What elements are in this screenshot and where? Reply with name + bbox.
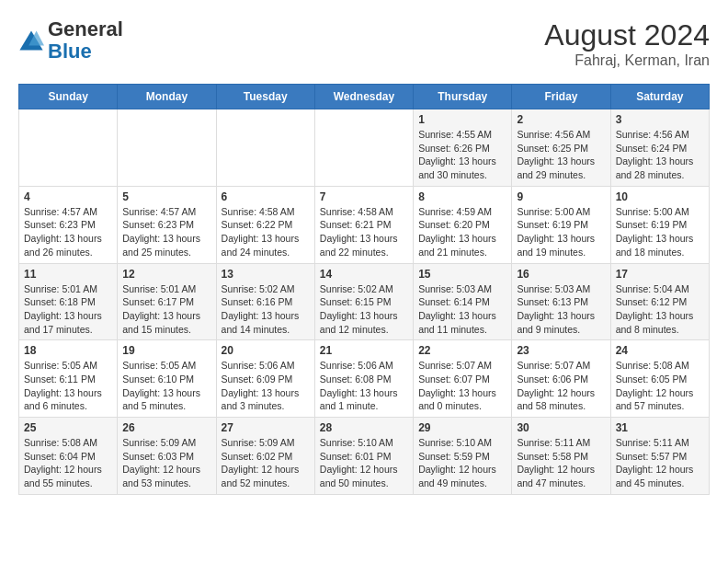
page-header: General Blue August 2024 Fahraj, Kerman,… — [18, 18, 710, 69]
day-info: Sunrise: 5:09 AM Sunset: 6:02 PM Dayligh… — [222, 436, 310, 490]
calendar-cell: 1Sunrise: 4:55 AM Sunset: 6:26 PM Daylig… — [414, 109, 512, 187]
day-number: 17 — [616, 268, 704, 281]
calendar-cell: 23Sunrise: 5:07 AM Sunset: 6:06 PM Dayli… — [512, 340, 610, 418]
calendar-cell: 4Sunrise: 4:57 AM Sunset: 6:23 PM Daylig… — [19, 186, 118, 263]
day-info: Sunrise: 5:02 AM Sunset: 6:15 PM Dayligh… — [320, 282, 408, 337]
calendar-cell: 20Sunrise: 5:06 AM Sunset: 6:09 PM Dayli… — [216, 340, 314, 418]
logo-blue-text: Blue — [48, 40, 92, 63]
calendar-cell: 6Sunrise: 4:58 AM Sunset: 6:22 PM Daylig… — [216, 186, 314, 263]
calendar-week-4: 25Sunrise: 5:08 AM Sunset: 6:04 PM Dayli… — [19, 418, 710, 495]
day-info: Sunrise: 5:03 AM Sunset: 6:13 PM Dayligh… — [517, 282, 605, 337]
calendar-cell — [19, 109, 118, 187]
calendar-cell: 5Sunrise: 4:57 AM Sunset: 6:23 PM Daylig… — [118, 186, 216, 263]
day-number: 2 — [517, 113, 605, 126]
day-number: 10 — [616, 190, 704, 203]
day-info: Sunrise: 4:59 AM Sunset: 6:20 PM Dayligh… — [418, 205, 506, 259]
header-day-wednesday: Wednesday — [314, 85, 413, 109]
day-number: 9 — [517, 190, 605, 203]
day-info: Sunrise: 5:01 AM Sunset: 6:18 PM Dayligh… — [24, 282, 112, 337]
calendar-cell: 26Sunrise: 5:09 AM Sunset: 6:03 PM Dayli… — [118, 418, 216, 495]
day-number: 31 — [616, 421, 704, 434]
day-info: Sunrise: 5:00 AM Sunset: 6:19 PM Dayligh… — [517, 205, 605, 259]
day-info: Sunrise: 5:10 AM Sunset: 6:01 PM Dayligh… — [320, 436, 408, 490]
day-number: 1 — [418, 113, 506, 126]
calendar-cell: 31Sunrise: 5:11 AM Sunset: 5:57 PM Dayli… — [610, 418, 709, 495]
day-number: 3 — [616, 113, 704, 126]
header-day-tuesday: Tuesday — [216, 85, 314, 109]
calendar-week-2: 11Sunrise: 5:01 AM Sunset: 6:18 PM Dayli… — [19, 263, 710, 340]
day-info: Sunrise: 4:56 AM Sunset: 6:25 PM Dayligh… — [517, 128, 605, 182]
day-info: Sunrise: 5:02 AM Sunset: 6:16 PM Dayligh… — [222, 282, 310, 337]
day-number: 15 — [418, 268, 506, 281]
day-number: 19 — [122, 344, 210, 357]
day-info: Sunrise: 5:08 AM Sunset: 6:05 PM Dayligh… — [616, 359, 704, 413]
calendar-cell — [118, 109, 216, 187]
logo: General Blue — [18, 18, 123, 63]
day-number: 5 — [122, 190, 210, 203]
day-info: Sunrise: 5:06 AM Sunset: 6:08 PM Dayligh… — [320, 359, 408, 413]
day-number: 24 — [616, 344, 704, 357]
calendar-cell: 15Sunrise: 5:03 AM Sunset: 6:14 PM Dayli… — [414, 263, 512, 340]
day-info: Sunrise: 5:11 AM Sunset: 5:57 PM Dayligh… — [616, 436, 704, 490]
day-info: Sunrise: 5:05 AM Sunset: 6:11 PM Dayligh… — [24, 359, 112, 413]
month-year-title: August 2024 — [544, 18, 710, 52]
day-info: Sunrise: 5:05 AM Sunset: 6:10 PM Dayligh… — [122, 359, 210, 413]
header-day-thursday: Thursday — [414, 85, 512, 109]
calendar-cell: 14Sunrise: 5:02 AM Sunset: 6:15 PM Dayli… — [314, 263, 413, 340]
day-number: 29 — [418, 421, 506, 434]
day-info: Sunrise: 4:57 AM Sunset: 6:23 PM Dayligh… — [122, 205, 210, 259]
calendar-cell — [314, 109, 413, 187]
calendar-cell: 13Sunrise: 5:02 AM Sunset: 6:16 PM Dayli… — [216, 263, 314, 340]
day-info: Sunrise: 5:04 AM Sunset: 6:12 PM Dayligh… — [616, 282, 704, 337]
calendar-body: 1Sunrise: 4:55 AM Sunset: 6:26 PM Daylig… — [19, 109, 710, 495]
day-number: 18 — [24, 344, 112, 357]
calendar-cell: 24Sunrise: 5:08 AM Sunset: 6:05 PM Dayli… — [610, 340, 709, 418]
calendar-cell: 3Sunrise: 4:56 AM Sunset: 6:24 PM Daylig… — [610, 109, 709, 187]
header-row: SundayMondayTuesdayWednesdayThursdayFrid… — [19, 85, 710, 109]
day-info: Sunrise: 5:10 AM Sunset: 5:59 PM Dayligh… — [418, 436, 506, 490]
day-number: 23 — [517, 344, 605, 357]
calendar-cell: 19Sunrise: 5:05 AM Sunset: 6:10 PM Dayli… — [118, 340, 216, 418]
header-day-sunday: Sunday — [19, 85, 118, 109]
calendar-cell: 10Sunrise: 5:00 AM Sunset: 6:19 PM Dayli… — [610, 186, 709, 263]
day-info: Sunrise: 5:07 AM Sunset: 6:06 PM Dayligh… — [517, 359, 605, 413]
header-day-friday: Friday — [512, 85, 610, 109]
logo-icon — [18, 28, 44, 53]
day-number: 30 — [517, 421, 605, 434]
location-subtitle: Fahraj, Kerman, Iran — [544, 52, 710, 69]
calendar-header: SundayMondayTuesdayWednesdayThursdayFrid… — [19, 85, 710, 109]
day-info: Sunrise: 5:11 AM Sunset: 5:58 PM Dayligh… — [517, 436, 605, 490]
day-info: Sunrise: 4:57 AM Sunset: 6:23 PM Dayligh… — [24, 205, 112, 259]
day-info: Sunrise: 5:01 AM Sunset: 6:17 PM Dayligh… — [122, 282, 210, 337]
day-number: 26 — [122, 421, 210, 434]
day-number: 25 — [24, 421, 112, 434]
day-info: Sunrise: 5:03 AM Sunset: 6:14 PM Dayligh… — [418, 282, 506, 337]
day-number: 16 — [517, 268, 605, 281]
calendar-cell: 12Sunrise: 5:01 AM Sunset: 6:17 PM Dayli… — [118, 263, 216, 340]
header-day-monday: Monday — [118, 85, 216, 109]
calendar-cell: 16Sunrise: 5:03 AM Sunset: 6:13 PM Dayli… — [512, 263, 610, 340]
calendar-cell: 18Sunrise: 5:05 AM Sunset: 6:11 PM Dayli… — [19, 340, 118, 418]
day-number: 7 — [320, 190, 408, 203]
day-info: Sunrise: 4:58 AM Sunset: 6:22 PM Dayligh… — [222, 205, 310, 259]
calendar-cell: 25Sunrise: 5:08 AM Sunset: 6:04 PM Dayli… — [19, 418, 118, 495]
day-number: 8 — [418, 190, 506, 203]
calendar-cell: 27Sunrise: 5:09 AM Sunset: 6:02 PM Dayli… — [216, 418, 314, 495]
day-info: Sunrise: 4:58 AM Sunset: 6:21 PM Dayligh… — [320, 205, 408, 259]
day-info: Sunrise: 5:06 AM Sunset: 6:09 PM Dayligh… — [222, 359, 310, 413]
calendar-week-0: 1Sunrise: 4:55 AM Sunset: 6:26 PM Daylig… — [19, 109, 710, 187]
calendar-cell: 30Sunrise: 5:11 AM Sunset: 5:58 PM Dayli… — [512, 418, 610, 495]
calendar-cell: 22Sunrise: 5:07 AM Sunset: 6:07 PM Dayli… — [414, 340, 512, 418]
header-day-saturday: Saturday — [610, 85, 709, 109]
calendar-cell: 11Sunrise: 5:01 AM Sunset: 6:18 PM Dayli… — [19, 263, 118, 340]
calendar-cell: 21Sunrise: 5:06 AM Sunset: 6:08 PM Dayli… — [314, 340, 413, 418]
calendar-table: SundayMondayTuesdayWednesdayThursdayFrid… — [18, 84, 710, 495]
day-number: 22 — [418, 344, 506, 357]
calendar-cell: 8Sunrise: 4:59 AM Sunset: 6:20 PM Daylig… — [414, 186, 512, 263]
day-info: Sunrise: 4:55 AM Sunset: 6:26 PM Dayligh… — [418, 128, 506, 182]
calendar-cell: 9Sunrise: 5:00 AM Sunset: 6:19 PM Daylig… — [512, 186, 610, 263]
day-number: 14 — [320, 268, 408, 281]
calendar-week-1: 4Sunrise: 4:57 AM Sunset: 6:23 PM Daylig… — [19, 186, 710, 263]
calendar-cell: 7Sunrise: 4:58 AM Sunset: 6:21 PM Daylig… — [314, 186, 413, 263]
calendar-cell: 2Sunrise: 4:56 AM Sunset: 6:25 PM Daylig… — [512, 109, 610, 187]
